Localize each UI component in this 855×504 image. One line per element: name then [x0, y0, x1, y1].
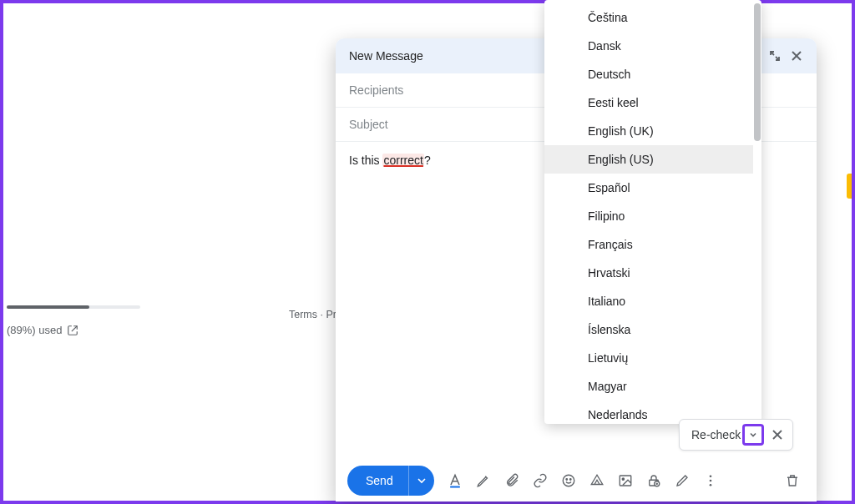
recheck-dropdown-button[interactable] [742, 424, 764, 446]
send-button-label[interactable]: Send [347, 466, 409, 496]
open-in-new-icon[interactable] [67, 325, 78, 336]
attach-icon[interactable] [499, 468, 524, 493]
lang-item[interactable]: Deutsch [544, 60, 753, 88]
signature-icon[interactable] [670, 468, 695, 493]
language-list[interactable]: Čeština Dansk Deutsch Eesti keel English… [544, 0, 753, 424]
compose-title: New Message [349, 49, 423, 63]
language-scrollbar[interactable] [753, 0, 761, 424]
storage-usage: (89%) used [7, 305, 140, 336]
body-text-suffix: ? [424, 154, 431, 167]
svg-rect-7 [620, 476, 631, 486]
lang-item[interactable]: Eesti keel [544, 88, 753, 117]
storage-percent-label: (89%) used [7, 324, 62, 336]
svg-point-12 [709, 480, 711, 482]
lang-item[interactable]: Íslenska [544, 315, 753, 344]
confidential-icon[interactable] [641, 468, 666, 493]
storage-bar [7, 305, 140, 309]
lang-item[interactable]: Français [544, 230, 753, 259]
recheck-close-icon[interactable] [769, 426, 786, 443]
terms-link[interactable]: Terms [289, 309, 317, 320]
subject-placeholder: Subject [349, 118, 388, 131]
lang-item[interactable]: Čeština [544, 3, 753, 32]
svg-point-13 [709, 484, 711, 486]
misspelled-word[interactable]: corrrect [382, 154, 423, 167]
side-panel-tab[interactable] [847, 174, 852, 199]
send-options-dropdown[interactable] [409, 466, 434, 496]
recipients-placeholder: Recipients [349, 83, 403, 97]
emoji-icon[interactable] [556, 468, 581, 493]
discard-icon[interactable] [780, 468, 805, 493]
lang-item[interactable]: Italiano [544, 287, 753, 315]
lang-item[interactable]: Dansk [544, 32, 753, 60]
scrollbar-thumb[interactable] [754, 3, 761, 141]
language-menu: Čeština Dansk Deutsch Eesti keel English… [544, 0, 761, 424]
recheck-label[interactable]: Re-check [691, 428, 741, 441]
svg-point-5 [566, 479, 568, 481]
compose-toolbar: Send [336, 460, 817, 501]
lang-item[interactable]: Hrvatski [544, 259, 753, 287]
lang-item[interactable]: English (UK) [544, 117, 753, 145]
lang-item[interactable]: Lietuvių [544, 344, 753, 372]
svg-point-8 [622, 478, 624, 480]
lang-item[interactable]: Filipino [544, 202, 753, 230]
link-icon[interactable] [528, 468, 553, 493]
send-button[interactable]: Send [347, 466, 434, 496]
lang-item-selected[interactable]: English (US) [544, 145, 753, 174]
lang-item[interactable]: Magyar [544, 372, 753, 401]
lang-item[interactable]: Español [544, 174, 753, 202]
body-text-prefix: Is this [349, 154, 382, 167]
recheck-panel: Re-check [679, 419, 793, 451]
svg-point-11 [709, 475, 711, 477]
pen-icon[interactable] [471, 468, 496, 493]
svg-point-6 [569, 479, 571, 481]
image-icon[interactable] [613, 468, 638, 493]
storage-bar-fill [7, 305, 89, 309]
expand-icon[interactable] [768, 49, 782, 63]
drive-icon[interactable] [584, 468, 610, 493]
svg-point-4 [563, 475, 574, 486]
more-icon[interactable] [698, 468, 723, 493]
format-text-icon[interactable] [443, 468, 468, 493]
close-icon[interactable] [790, 49, 803, 63]
